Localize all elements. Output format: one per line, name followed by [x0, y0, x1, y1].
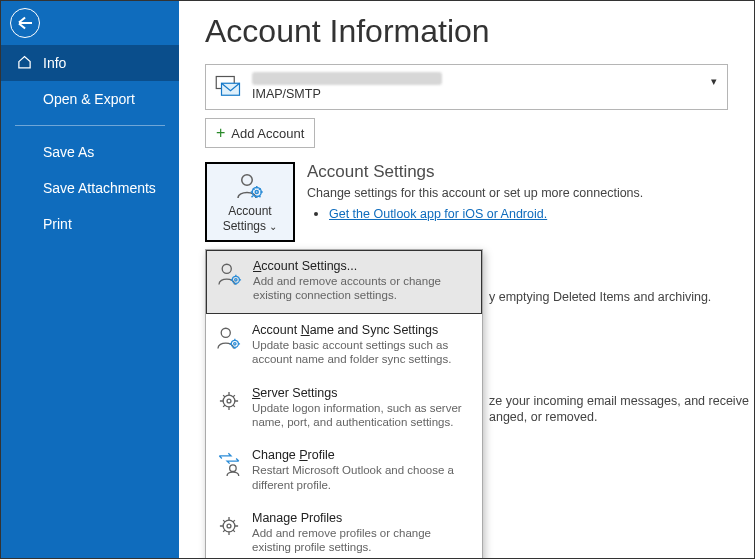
svg-point-13	[230, 465, 237, 472]
account-settings-button[interactable]: AccountSettings ⌄	[205, 162, 295, 242]
svg-point-6	[232, 276, 239, 283]
gear-icon	[216, 386, 242, 430]
sidebar-item-open-export[interactable]: Open & Export	[1, 81, 179, 117]
menu-item-title: Account Settings...	[253, 259, 471, 273]
menu-item-desc: Update logon information, such as server…	[252, 401, 472, 430]
svg-point-9	[231, 340, 238, 347]
mail-icon	[214, 74, 244, 100]
back-arrow-icon	[10, 8, 40, 38]
big-btn-line1: Account	[228, 204, 271, 218]
big-btn-line2: Settings	[223, 219, 266, 233]
sidebar-item-label: Print	[43, 216, 72, 232]
add-account-label: Add Account	[231, 126, 304, 141]
mailbox-settings-peek: y emptying Deleted Items and archiving.	[489, 290, 711, 304]
svg-point-7	[235, 279, 237, 281]
account-settings-menu: Account Settings...Add and remove accoun…	[205, 249, 483, 558]
svg-point-5	[222, 264, 231, 273]
plus-icon: +	[216, 124, 225, 142]
sidebar-item-save-as[interactable]: Save As	[1, 134, 179, 170]
back-button[interactable]	[1, 1, 49, 45]
sidebar-item-print[interactable]: Print	[1, 206, 179, 242]
section-desc: Change settings for this account or set …	[307, 186, 643, 200]
menu-item-desc: Update basic account settings such as ac…	[252, 338, 472, 367]
menu-item-0[interactable]: Account Settings...Add and remove accoun…	[206, 250, 482, 314]
rules-alerts-peek-2: anged, or removed.	[489, 410, 597, 424]
sidebar-separator	[15, 125, 165, 126]
gear-icon	[216, 511, 242, 555]
menu-item-desc: Add and remove accounts or change existi…	[253, 274, 471, 303]
account-type: IMAP/SMTP	[252, 87, 442, 102]
add-account-button[interactable]: + Add Account	[205, 118, 315, 148]
sidebar-item-label: Open & Export	[43, 91, 135, 107]
sidebar-item-info[interactable]: Info	[1, 45, 179, 81]
svg-point-2	[242, 175, 253, 186]
menu-item-4[interactable]: Manage ProfilesAdd and remove profiles o…	[206, 502, 482, 558]
menu-item-title: Manage Profiles	[252, 511, 472, 525]
person-gear-icon	[216, 323, 242, 367]
sidebar-item-label: Save As	[43, 144, 94, 160]
menu-item-title: Server Settings	[252, 386, 472, 400]
chevron-down-icon: ⌄	[269, 221, 277, 232]
section-heading: Account Settings	[307, 162, 643, 182]
sidebar-item-label: Info	[43, 55, 66, 71]
sidebar-item-label: Save Attachments	[43, 180, 156, 196]
arrows-person-icon	[216, 448, 242, 492]
svg-point-10	[234, 342, 236, 344]
svg-point-15	[227, 524, 231, 528]
person-gear-icon	[235, 171, 265, 201]
svg-point-4	[255, 191, 258, 194]
menu-item-3[interactable]: Change ProfileRestart Microsoft Outlook …	[206, 439, 482, 502]
menu-item-1[interactable]: Account Name and Sync SettingsUpdate bas…	[206, 314, 482, 377]
menu-item-desc: Restart Microsoft Outlook and choose a d…	[252, 463, 472, 492]
account-settings-text: Account Settings Change settings for thi…	[307, 162, 643, 242]
menu-item-title: Account Name and Sync Settings	[252, 323, 472, 337]
person-gear-icon	[217, 259, 243, 303]
account-email-redacted	[252, 72, 442, 85]
menu-item-2[interactable]: Server SettingsUpdate logon information,…	[206, 377, 482, 440]
account-selector[interactable]: IMAP/SMTP ▾	[205, 64, 728, 110]
menu-item-desc: Add and remove profiles or change existi…	[252, 526, 472, 555]
svg-point-8	[221, 328, 230, 337]
page-title: Account Information	[205, 13, 728, 50]
menu-item-title: Change Profile	[252, 448, 472, 462]
dropdown-caret-icon: ▾	[711, 75, 717, 88]
svg-point-12	[227, 399, 231, 403]
home-icon	[17, 55, 32, 70]
rules-alerts-peek-1: ze your incoming email messages, and rec…	[489, 394, 749, 408]
main-panel: Account Information IMAP/SMTP ▾ + Add Ac…	[179, 1, 754, 558]
sidebar-item-save-attachments[interactable]: Save Attachments	[1, 170, 179, 206]
backstage-sidebar: Info Open & Export Save As Save Attachme…	[1, 1, 179, 558]
outlook-app-link[interactable]: Get the Outlook app for iOS or Android.	[329, 207, 547, 221]
